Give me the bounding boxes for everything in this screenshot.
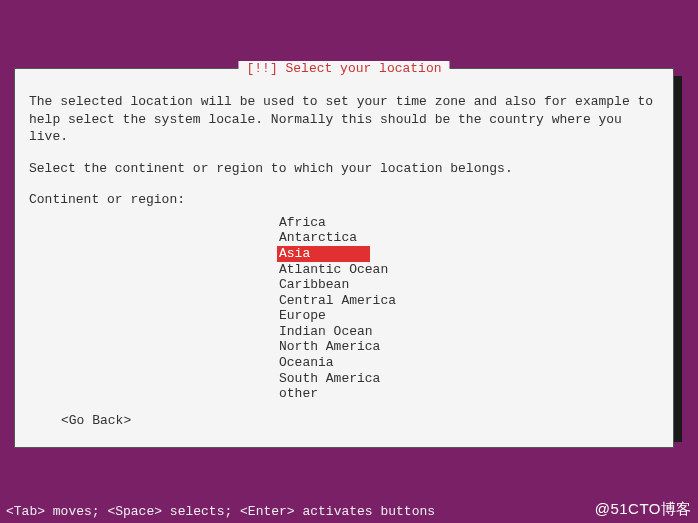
region-option[interactable]: Central America <box>277 293 398 309</box>
region-option[interactable]: Oceania <box>277 355 336 371</box>
intro-text-1: The selected location will be used to se… <box>29 93 659 146</box>
location-dialog: [!!] Select your location The selected l… <box>14 68 674 448</box>
region-option[interactable]: Europe <box>277 308 328 324</box>
region-option[interactable]: Antarctica <box>277 230 359 246</box>
region-option[interactable]: South America <box>277 371 382 387</box>
region-option[interactable]: other <box>277 386 320 402</box>
dialog-title: [!!] Select your location <box>238 61 449 76</box>
dialog-body: The selected location will be used to se… <box>29 93 659 429</box>
region-option[interactable]: North America <box>277 339 382 355</box>
region-list: AfricaAntarcticaAsiaAtlantic OceanCaribb… <box>277 215 659 402</box>
keyboard-help: <Tab> moves; <Space> selects; <Enter> ac… <box>6 504 435 519</box>
region-option[interactable]: Asia <box>277 246 370 262</box>
dialog-box: [!!] Select your location The selected l… <box>14 68 674 448</box>
region-option[interactable]: Africa <box>277 215 328 231</box>
watermark: @51CTO博客 <box>595 500 692 519</box>
region-option[interactable]: Indian Ocean <box>277 324 375 340</box>
prompt-label: Continent or region: <box>29 191 659 209</box>
footer-bar: <Tab> moves; <Space> selects; <Enter> ac… <box>2 498 696 521</box>
region-option[interactable]: Caribbean <box>277 277 351 293</box>
region-option[interactable]: Atlantic Ocean <box>277 262 390 278</box>
intro-text-2: Select the continent or region to which … <box>29 160 659 178</box>
go-back-button[interactable]: <Go Back> <box>61 412 131 430</box>
